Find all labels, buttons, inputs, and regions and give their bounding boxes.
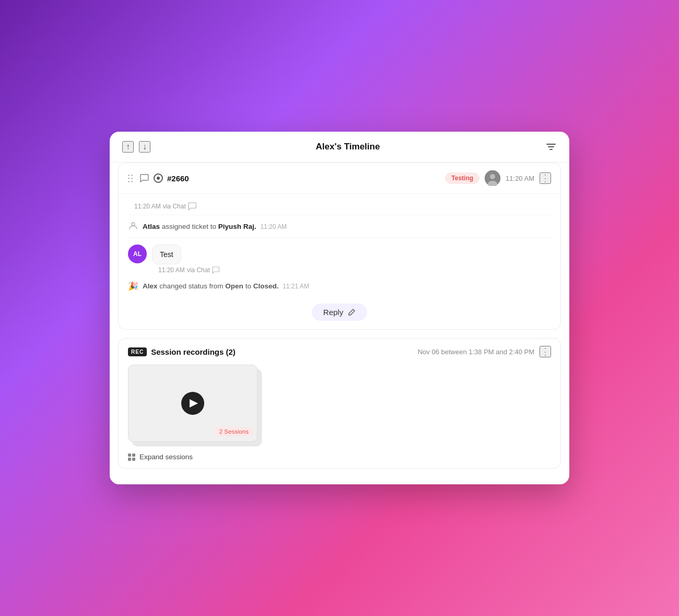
status-time: 11:21 AM <box>283 283 309 290</box>
more-options-button[interactable]: ⋮ <box>540 172 551 184</box>
expand-sessions-label: Expand sessions <box>139 453 193 461</box>
timeline-header: ↑ ↓ Alex's Timeline <box>110 132 569 162</box>
chat-bubble: Test <box>152 245 181 264</box>
ticket-card: #2660 Testing 11:20 AM ⋮ 1 <box>118 162 561 330</box>
session-recordings-card: REC Session recordings (2) Nov 06 betwee… <box>118 338 561 469</box>
play-icon <box>190 399 198 408</box>
video-thumb-front[interactable]: 2 Sessions <box>128 365 257 442</box>
chat-via-icon <box>212 266 219 274</box>
session-title: Session recordings (2) <box>151 347 236 356</box>
pencil-icon <box>347 308 356 317</box>
avatar <box>485 170 500 186</box>
svg-point-4 <box>490 174 495 179</box>
chat-icon <box>139 173 149 183</box>
svg-point-6 <box>132 223 135 226</box>
video-thumbnail-stack: 2 Sessions <box>128 365 264 446</box>
session-more-button[interactable]: ⋮ <box>540 346 551 357</box>
nav-down-button[interactable]: ↓ <box>139 141 150 153</box>
drag-handle-icon <box>128 175 133 182</box>
nav-up-button[interactable]: ↑ <box>122 141 134 153</box>
status-emoji: 🎉 <box>128 281 138 291</box>
status-change-text: Alex changed status from Open to Closed.… <box>143 282 309 290</box>
expand-sessions-row[interactable]: Expand sessions <box>128 452 551 461</box>
status-agent: Alex <box>143 282 158 290</box>
header-nav: ↑ ↓ <box>122 141 150 153</box>
sessions-badge: 2 Sessions <box>214 427 254 436</box>
ticket-timestamp: 11:20 AM <box>506 175 534 182</box>
first-message-via: via Chat <box>163 203 186 210</box>
session-header-right: Nov 06 between 1:38 PM and 2:40 PM ⋮ <box>418 346 551 357</box>
first-message-area: 11:20 AM via Chat <box>128 194 551 215</box>
assign-text: Atlas assigned ticket to Piyush Raj. 11:… <box>143 223 287 230</box>
chat-meta: 11:20 AM via Chat <box>158 266 219 274</box>
session-header: REC Session recordings (2) Nov 06 betwee… <box>128 346 551 357</box>
first-message-time: 11:20 AM <box>134 203 161 210</box>
page-title: Alex's Timeline <box>150 142 545 152</box>
chat-avatar-initials: AL <box>133 250 142 258</box>
assign-activity-row: Atlas assigned ticket to Piyush Raj. 11:… <box>128 215 551 238</box>
via-chat-icon <box>188 202 196 211</box>
chat-message-row: AL Test 11:20 AM via Chat <box>128 238 551 276</box>
chat-time: 11:20 AM <box>158 266 185 274</box>
reply-bar: Reply <box>128 298 551 324</box>
first-message-meta: 11:20 AM via Chat <box>134 202 551 211</box>
status-badge: Testing <box>445 172 479 184</box>
filter-icon[interactable] <box>545 141 557 153</box>
ticket-body: 11:20 AM via Chat Atlas assig <box>119 194 560 329</box>
target-icon <box>154 173 163 183</box>
recording-icon: REC <box>128 347 147 356</box>
assign-target: Piyush Raj. <box>218 223 256 230</box>
play-button[interactable] <box>181 392 204 415</box>
ticket-id: #2660 <box>167 174 189 183</box>
status-change-row: 🎉 Alex changed status from Open to Close… <box>128 276 551 298</box>
chat-bubble-container: Test 11:20 AM via Chat <box>152 245 219 274</box>
reply-label: Reply <box>323 308 343 317</box>
status-to: Closed. <box>253 282 279 290</box>
chat-avatar: AL <box>128 245 147 263</box>
assign-agent: Atlas <box>143 223 160 230</box>
ticket-header-left: #2660 <box>128 173 189 183</box>
ticket-header-right: Testing 11:20 AM ⋮ <box>445 170 551 186</box>
assign-icon <box>128 222 138 231</box>
ticket-header: #2660 Testing 11:20 AM ⋮ <box>119 163 560 194</box>
assign-time: 11:20 AM <box>260 223 287 230</box>
main-window: ↑ ↓ Alex's Timeline <box>110 132 569 484</box>
grid-icon <box>128 454 135 461</box>
status-from: Open <box>225 282 243 290</box>
session-date-range: Nov 06 between 1:38 PM and 2:40 PM <box>418 348 534 356</box>
session-header-left: REC Session recordings (2) <box>128 347 236 356</box>
chat-via: via Chat <box>187 266 210 274</box>
reply-button[interactable]: Reply <box>312 304 367 321</box>
